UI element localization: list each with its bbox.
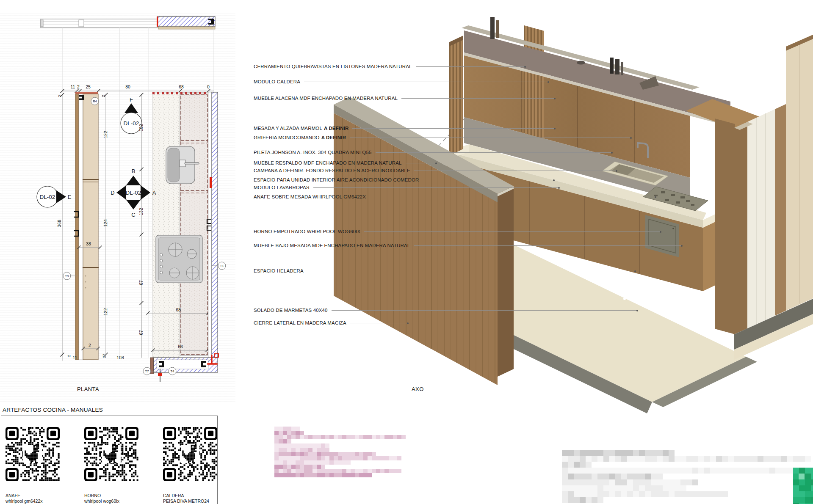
leader-line bbox=[350, 138, 631, 138]
svg-text:66: 66 bbox=[178, 344, 183, 349]
plan-cooktop bbox=[156, 235, 202, 283]
leader-line bbox=[423, 180, 554, 180]
svg-text:80: 80 bbox=[125, 84, 130, 89]
svg-text:T4: T4 bbox=[171, 369, 174, 373]
svg-text:A: A bbox=[152, 190, 156, 196]
svg-text:2: 2 bbox=[77, 84, 80, 89]
svg-text:D: D bbox=[111, 190, 114, 196]
redacted-text-block bbox=[274, 427, 410, 477]
leader-line bbox=[416, 66, 525, 67]
annotation-heladera: ESPACIO HELADERA bbox=[254, 267, 635, 274]
annotation-horno: HORNO EMPOTRADO WHIRLPOOL WOG60IX bbox=[254, 228, 661, 235]
manuals-box: ANAFEwhirlpool gm6422x HORNOwhirlpool wo… bbox=[1, 416, 218, 504]
svg-text:122: 122 bbox=[103, 308, 108, 316]
annotation-mesada: MESADA Y ALZADA MARMOLA DEFINIR bbox=[254, 125, 555, 132]
plan-bottom-wall bbox=[150, 354, 218, 382]
leader-line bbox=[313, 187, 559, 188]
svg-text:T7: T7 bbox=[145, 369, 149, 373]
plan-left-cabinet bbox=[75, 92, 102, 360]
qr-label-horno: HORNOwhirlpool wog60ix bbox=[84, 493, 119, 504]
leader-line bbox=[370, 197, 655, 197]
annotation-solado: SOLADO DE MARMETAS 40X40 bbox=[254, 307, 637, 314]
leader-line bbox=[307, 271, 635, 271]
redacted-titleblock bbox=[562, 450, 813, 504]
annotation-anafe: ANAFE SOBRE MESADA WHIRLPOOL GM6422X bbox=[254, 193, 655, 200]
axo-drawing bbox=[334, 17, 813, 413]
annotation-caldera: MODULO CALDERA bbox=[254, 78, 548, 85]
leader-line bbox=[376, 152, 612, 153]
svg-text:R4: R4 bbox=[93, 99, 97, 103]
annotation-alacena: MUEBLE ALACENA MDF ENCHAPADO EN MADERA N… bbox=[254, 95, 555, 102]
annotation-lavarropas: MODULO LAVARROPAS bbox=[254, 184, 559, 191]
svg-text:B: B bbox=[132, 168, 136, 174]
leader-line bbox=[352, 128, 555, 129]
annotation-campana: CAMPANA A DEFINIR. FONDO RESPALDO EN ACE… bbox=[254, 167, 617, 174]
leader-line bbox=[332, 310, 637, 311]
leader-line bbox=[364, 231, 661, 232]
svg-text:0: 0 bbox=[207, 84, 210, 89]
axo-tall-panel bbox=[715, 118, 735, 334]
annotation-cierre: CIERRE LATERAL EN MADERA MACIZA bbox=[254, 319, 408, 326]
qr-code-caldera bbox=[163, 427, 217, 481]
qr-label-caldera: CALDERAPEISA DIVA METRO24 bbox=[163, 493, 209, 504]
leader-line bbox=[414, 171, 617, 171]
leader-line bbox=[414, 245, 682, 246]
svg-text:DL-02: DL-02 bbox=[124, 120, 139, 127]
svg-text:124: 124 bbox=[103, 219, 108, 227]
svg-text:102: 102 bbox=[138, 124, 144, 132]
leader-line bbox=[401, 98, 555, 99]
plan-top-wall bbox=[157, 17, 215, 29]
leader-line bbox=[304, 82, 548, 82]
leader-line bbox=[350, 323, 408, 323]
plan-caption: PLANTA bbox=[77, 386, 99, 392]
axo-caption: AXO bbox=[412, 386, 424, 392]
svg-text:67: 67 bbox=[138, 280, 144, 285]
svg-text:38: 38 bbox=[86, 241, 91, 246]
svg-text:68: 68 bbox=[176, 307, 181, 312]
drawing-sheet: 11 2 25 80 68 0 2 2 102 122 368 132 124 … bbox=[0, 0, 813, 504]
svg-text:DL-02: DL-02 bbox=[40, 194, 55, 200]
plan-right-wall bbox=[207, 92, 218, 358]
svg-text:67: 67 bbox=[138, 330, 144, 335]
svg-text:C: C bbox=[131, 212, 135, 218]
annotation-cerramiento: CERRAMIENTO QUIEBRAVISTAS EN LISTONES MA… bbox=[254, 63, 525, 70]
qr-label-anafe: ANAFEwhirlpool gm6422x bbox=[6, 493, 43, 504]
plan-counter-strip bbox=[147, 92, 210, 358]
svg-text:E: E bbox=[68, 194, 72, 200]
svg-text:132: 132 bbox=[138, 208, 144, 215]
qr-code-anafe bbox=[6, 427, 60, 481]
svg-text:122: 122 bbox=[103, 131, 108, 138]
svg-text:F: F bbox=[130, 96, 133, 103]
manuals-section-title: ARTEFACTOS COCINA - MANUALES bbox=[3, 407, 103, 413]
svg-text:2: 2 bbox=[67, 355, 71, 357]
qr-code-horno bbox=[84, 427, 138, 481]
svg-text:68: 68 bbox=[179, 84, 184, 89]
svg-text:2: 2 bbox=[88, 343, 91, 348]
leader-line bbox=[406, 163, 436, 163]
annotation-respaldo: MUEBLE RESPALDO MDF ENCHAPADO EN MADERA … bbox=[254, 160, 436, 166]
annotation-pileta: PILETA JOHNSON A. INOX. 304 QUADRA MINI … bbox=[254, 149, 612, 156]
annotation-bajo-mesada: MUEBLE BAJO MESADA MDF ENCHAPADO EN MADE… bbox=[254, 242, 682, 249]
svg-text:11: 11 bbox=[71, 84, 75, 89]
annotation-aire: ESPACIO PARA UNIDAD INTERIOR AIRE ACONDI… bbox=[254, 176, 554, 183]
svg-text:2: 2 bbox=[101, 95, 105, 97]
svg-text:368: 368 bbox=[57, 220, 62, 227]
svg-text:T1: T1 bbox=[220, 264, 224, 268]
svg-text:DL-02: DL-02 bbox=[126, 190, 141, 196]
axo-right-column bbox=[734, 35, 813, 360]
svg-text:25: 25 bbox=[86, 84, 91, 89]
plan-sink bbox=[166, 146, 198, 184]
svg-text:2: 2 bbox=[58, 95, 62, 97]
svg-text:108: 108 bbox=[116, 355, 124, 360]
plan-drawing bbox=[37, 17, 226, 382]
svg-text:T9: T9 bbox=[65, 274, 69, 278]
annotation-griferia: GRIFERIA MONOCOMANDOA DEFINIR bbox=[254, 134, 631, 141]
svg-text:27: 27 bbox=[102, 354, 106, 358]
svg-text:11: 11 bbox=[73, 355, 77, 360]
